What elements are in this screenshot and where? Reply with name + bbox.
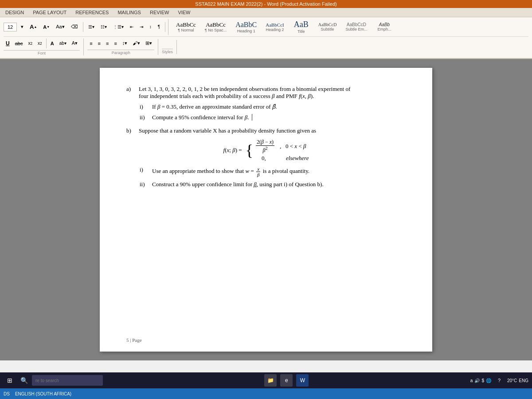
para-controls: ≡ ≡ ≡ ≡ ↕▾ 🖌▾ ⊞▾ (87, 39, 154, 48)
font-shrink-btn[interactable]: A▼ (41, 23, 52, 31)
numbering-btn[interactable]: ☷▾ (98, 23, 109, 31)
status-language: ENGLISH (SOUTH AFRICA) (15, 391, 71, 396)
cases-grid: 2(β − x) β2 , 0 < x < β 0, elsewhere (255, 139, 309, 162)
align-center-btn[interactable]: ≡ (96, 39, 103, 48)
paragraph-section: ≡ ≡ ≡ ≡ ↕▾ 🖌▾ ⊞▾ Paragraph (87, 39, 158, 55)
style-title-preview: AaB (294, 20, 309, 29)
status-bar: DS ENGLISH (SOUTH AFRICA) (0, 388, 532, 399)
qb-label: b) (126, 127, 135, 134)
menu-mailings[interactable]: MAILINGS (116, 9, 143, 16)
subscript-btn[interactable]: x2 (26, 39, 35, 48)
highlight-btn[interactable]: ab▾ (57, 39, 69, 48)
menu-view[interactable]: VIEW (176, 9, 192, 16)
underline-btn[interactable]: U (4, 39, 12, 48)
superscript-btn[interactable]: x2 (35, 39, 44, 48)
bullets-btn[interactable]: ☰▾ (86, 23, 97, 31)
style-subtle-label: Subtle Em... (345, 27, 367, 31)
styles-label: Styles (162, 49, 173, 54)
decrease-indent-btn[interactable]: ⇤ (128, 23, 136, 31)
qb-content: Suppose that a random variable X has a p… (139, 127, 406, 134)
case2-condition: elsewhere (286, 155, 309, 162)
qa-sub1: i) If β = 0.35, derive an approximate st… (140, 103, 406, 110)
title-bar: SSTA022 MAIN EXAM 2022(2) - Word (Produc… (0, 0, 532, 8)
borders-btn[interactable]: ⊞▾ (143, 39, 154, 48)
qa-text2: four independent trials each with probab… (139, 93, 406, 100)
qb-sub1-content: Use an appropriate method to show that w… (152, 166, 406, 177)
document-area: a) Let 3, 1, 3, 0, 3, 2, 2, 0, 1, 2 be t… (0, 59, 532, 360)
line-spacing-btn[interactable]: ↕▾ (120, 39, 130, 48)
style-subtle[interactable]: AaBbCcD Subtle Em... (341, 19, 371, 35)
style-h1-preview: AaBbC (235, 21, 257, 29)
menu-review[interactable]: REVIEW (148, 9, 171, 16)
style-subtitle[interactable]: AaBbCcD Subtitle (314, 19, 341, 35)
qa-content: Let 3, 1, 3, 0, 3, 2, 2, 0, 1, 2 be ten … (139, 86, 406, 100)
font-color-btn[interactable]: A (48, 39, 56, 48)
style-subtitle-label: Subtitle (321, 27, 334, 31)
style-subtle-preview: AaBbCcD (347, 22, 366, 27)
sort-btn[interactable]: ↕ (147, 23, 154, 31)
font-size-dropdown[interactable]: ▾ (19, 23, 26, 31)
style-nospace[interactable]: AaBbCc ¶ No Spac... (201, 19, 231, 35)
style-nospace-preview: AaBbCc (206, 22, 226, 28)
menu-design[interactable]: DESIGN (4, 9, 26, 16)
style-normal[interactable]: AaBbCc ¶ Normal (172, 19, 200, 35)
style-h1-label: Heading 1 (237, 29, 255, 33)
qb-sub1-label: i) (140, 166, 149, 177)
style-h2-label: Heading 2 (266, 27, 284, 32)
qb-text: Suppose that a random variable X has a p… (139, 127, 406, 134)
align-left-btn[interactable]: ≡ (87, 39, 94, 48)
font-section: U abc x2 x2 A ab▾ A▾ Font (4, 39, 84, 55)
frac-numerator: 2(β − x) (256, 139, 274, 146)
taskbar-file-btn[interactable]: 📁 (264, 374, 277, 387)
case1-condition: , 0 < x < β (280, 143, 306, 150)
style-emph-label: Emph... (377, 27, 391, 31)
style-heading2[interactable]: AaBbCcI Heading 2 (262, 19, 288, 35)
multilevel-btn[interactable]: ⋮☰▾ (111, 23, 126, 31)
taskbar-edge-btn[interactable]: e (280, 374, 293, 387)
style-emph[interactable]: AaBb Emph... (372, 19, 396, 35)
justify-btn[interactable]: ≡ (112, 39, 119, 48)
qa-sub1-content: If β = 0.35, derive an approximate stand… (152, 103, 406, 110)
case-row-2: 0, elsewhere (255, 155, 309, 162)
clear-format-btn[interactable]: ⌫ (69, 23, 80, 31)
font-aa-btn[interactable]: Aa▾ (54, 23, 66, 31)
styles-section: AaBbCc ¶ Normal AaBbCc ¶ No Spac... AaBb… (168, 19, 528, 35)
menu-page-layout[interactable]: PAGE LAYOUT (31, 9, 68, 16)
tray-time: a (470, 378, 473, 383)
start-btn[interactable]: ⊞ (4, 374, 16, 387)
taskbar-word-btn[interactable]: W (296, 374, 309, 387)
style-title[interactable]: AaB Title (289, 19, 313, 35)
formula-block: f(x; β) = { 2(β − x) β2 , 0 < x < β 0, (126, 139, 406, 162)
qa-sub1-label: i) (140, 103, 149, 110)
style-h2-preview: AaBbCcI (266, 22, 284, 27)
ribbon: ▾ A▲ A▼ Aa▾ ⌫ ☰▾ ☷▾ ⋮☰▾ ⇤ ⇥ ↕ ¶ AaBbCc ¶… (0, 17, 532, 59)
font-grow-btn[interactable]: A▲ (27, 23, 39, 31)
strikethrough-btn[interactable]: abc (13, 39, 25, 48)
ribbon-divider-1 (83, 22, 83, 32)
style-title-label: Title (297, 29, 305, 34)
search-btn[interactable]: 🔍 (18, 374, 30, 387)
tray-notifications[interactable]: ? (493, 374, 505, 387)
menu-references[interactable]: REFERENCES (74, 9, 110, 16)
tray-lang: ENG (519, 378, 528, 383)
font-color-arrow[interactable]: A▾ (70, 39, 80, 48)
case2-val: 0, (255, 155, 273, 162)
qb-sub1: i) Use an appropriate method to show tha… (140, 166, 406, 177)
tray-icon1: 🔊 (474, 378, 480, 383)
page: a) Let 3, 1, 3, 0, 3, 2, 2, 0, 1, 2 be t… (100, 68, 432, 352)
align-right-btn[interactable]: ≡ (104, 39, 111, 48)
qa-label: a) (126, 86, 135, 100)
tray-temp: 20°C (507, 378, 517, 383)
ribbon-divider-2 (165, 22, 165, 32)
qb-sub2: ii) Construct a 90% upper confidence lim… (140, 181, 406, 188)
question-b: b) Suppose that a random variable X has … (126, 127, 406, 134)
shading-btn[interactable]: 🖌▾ (130, 39, 142, 48)
formula-container: f(x; β) = { 2(β − x) β2 , 0 < x < β 0, (223, 139, 309, 162)
font-size-input[interactable] (4, 23, 17, 31)
page-number: 5 | Page (126, 337, 142, 343)
increase-indent-btn[interactable]: ⇥ (137, 23, 145, 31)
taskbar-search-input[interactable] (32, 375, 103, 386)
pilcrow-btn[interactable]: ¶ (156, 23, 162, 31)
style-normal-preview: AaBbCc (176, 22, 196, 28)
style-heading1[interactable]: AaBbC Heading 1 (231, 19, 261, 35)
